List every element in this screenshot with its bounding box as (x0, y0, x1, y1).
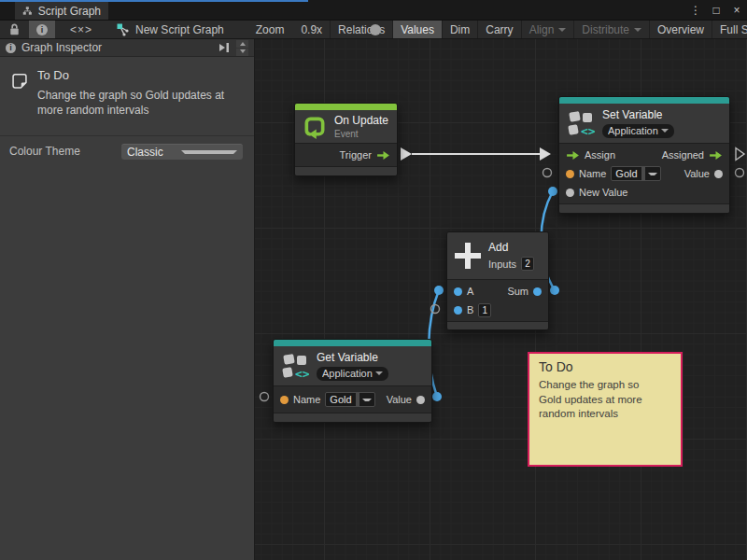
node-set-variable[interactable]: <> Set Variable Application Assign (558, 96, 730, 214)
node-on-update[interactable]: On Update Event Trigger (294, 103, 398, 176)
svg-text:<>: <> (581, 124, 595, 136)
dock-panel-icon[interactable] (218, 42, 231, 53)
flow-wire-head-arrow (540, 147, 551, 161)
b-port-label: B (467, 304, 473, 315)
node-title: Get Variable (317, 351, 388, 364)
note-title: To Do (37, 68, 245, 82)
script-graph-window: Script Graph ⋮ □ × i <×> (0, 0, 747, 560)
variable-name-dropdown[interactable]: Gold (325, 392, 374, 407)
get-variable-value-port-connected[interactable] (432, 392, 442, 401)
node-footer (447, 322, 548, 329)
node-color-bar (274, 340, 431, 346)
assigned-port-label: Assigned (662, 149, 704, 161)
sticky-note-icon (11, 68, 28, 94)
set-variable-newvalue-port-connected[interactable] (548, 187, 557, 196)
graph-hierarchy-icon (22, 5, 33, 17)
variable-scope-value: Application (322, 368, 373, 379)
node-footer (559, 204, 729, 213)
carry-button[interactable]: Carry (477, 21, 520, 38)
new-graph-label: New Script Graph (135, 23, 224, 36)
colour-theme-label: Colour Theme (9, 145, 121, 158)
flow-arrow-icon[interactable] (566, 150, 580, 161)
name-port-label: Name (579, 168, 606, 179)
variable-icon: <> (281, 353, 309, 379)
chevron-down-icon (362, 399, 372, 404)
variable-scope-dropdown[interactable]: Application (317, 367, 388, 381)
chevron-down-icon (240, 49, 246, 56)
node-title: Set Variable (602, 108, 674, 121)
sum-port-dot[interactable] (533, 287, 542, 296)
colour-theme-value: Classic (127, 146, 176, 159)
b-value-field[interactable]: 1 (478, 303, 491, 317)
dim-button[interactable]: Dim (442, 21, 477, 38)
flow-arrow-icon[interactable] (376, 150, 390, 161)
tab-script-graph[interactable]: Script Graph (15, 2, 108, 20)
inspector-header: i Graph Inspector (0, 39, 254, 57)
add-a-port-connected[interactable] (434, 286, 444, 295)
toolbar-right-group: Relations Values Dim Carry Align Distrib… (330, 21, 747, 38)
align-dropdown[interactable]: Align (521, 21, 574, 38)
edit-script-button[interactable]: <×> (55, 21, 107, 38)
sticky-note[interactable]: To Do Change the graph so Gold updates a… (528, 352, 683, 467)
name-port-dot[interactable] (566, 170, 574, 178)
scroll-up-button[interactable] (236, 40, 248, 48)
inputs-count-field[interactable]: 2 (521, 257, 534, 271)
inspector-toggle-button[interactable]: i (29, 21, 55, 38)
inspector-note-summary: To Do Change the graph so Gold updates a… (0, 57, 254, 128)
b-port-dot[interactable] (454, 306, 462, 315)
window-menu-button[interactable]: ⋮ (689, 4, 702, 17)
distribute-dropdown[interactable]: Distribute (573, 21, 649, 38)
inspector-title: Graph Inspector (21, 41, 212, 54)
value-port-label: Value (684, 168, 710, 179)
sticky-note-title: To Do (539, 359, 671, 374)
new-script-graph-button[interactable]: New Script Graph (107, 21, 233, 38)
assign-port-label: Assign (585, 149, 615, 161)
flow-arrow-icon[interactable] (709, 150, 723, 161)
name-port-dot[interactable] (280, 396, 289, 404)
get-variable-name-port[interactable] (261, 393, 269, 401)
window-controls: ⋮ □ × (689, 0, 743, 20)
add-plus-icon (455, 243, 481, 269)
value-port-dot[interactable] (714, 170, 723, 178)
chevron-down-icon (648, 173, 657, 178)
variable-name-dropdown[interactable]: Gold (611, 166, 660, 181)
zoom-slider-handle[interactable] (370, 24, 381, 35)
divider (641, 167, 645, 180)
flow-wire-source-arrow[interactable] (401, 147, 412, 161)
relations-button[interactable]: Relations (330, 21, 392, 38)
lock-icon (7, 22, 21, 36)
value-port-dot[interactable] (416, 396, 425, 404)
new-value-port-dot[interactable] (566, 189, 574, 197)
new-graph-icon (117, 23, 130, 36)
graph-canvas[interactable]: On Update Event Trigger (255, 39, 747, 560)
node-add[interactable]: Add Inputs 2 A Sum B (446, 231, 549, 330)
variable-scope-value: Application (608, 125, 658, 136)
a-port-dot[interactable] (454, 287, 462, 296)
set-variable-name-port[interactable] (543, 169, 552, 177)
zoom-value: 0.9x (299, 21, 330, 38)
node-title: Add (488, 241, 534, 254)
code-icon: <×> (70, 23, 92, 36)
node-get-variable[interactable]: <> Get Variable Application Name Gold (273, 339, 432, 423)
values-button[interactable]: Values (392, 21, 442, 38)
graph-inspector-panel: i Graph Inspector To Do Change the graph… (0, 39, 255, 560)
node-footer (295, 167, 397, 175)
colour-theme-dropdown[interactable]: Classic (121, 144, 243, 160)
lock-button[interactable] (0, 21, 29, 38)
window-maximize-button[interactable]: □ (710, 4, 723, 17)
add-sum-port-connected[interactable] (550, 286, 559, 295)
variable-scope-dropdown[interactable]: Application (602, 124, 674, 138)
overview-button[interactable]: Overview (649, 21, 712, 38)
scroll-down-button[interactable] (236, 49, 248, 56)
a-port-label: A (467, 286, 473, 297)
trigger-port-label: Trigger (340, 149, 372, 161)
divider (356, 393, 359, 406)
panel-scroll-buttons (236, 40, 248, 56)
set-variable-value-port[interactable] (736, 169, 744, 177)
info-icon: i (6, 43, 16, 53)
set-variable-assigned-port[interactable] (736, 148, 744, 161)
window-close-button[interactable]: × (730, 4, 743, 17)
node-title: On Update (334, 114, 388, 127)
full-screen-button[interactable]: Full S (712, 21, 747, 38)
node-color-bar (295, 104, 397, 110)
